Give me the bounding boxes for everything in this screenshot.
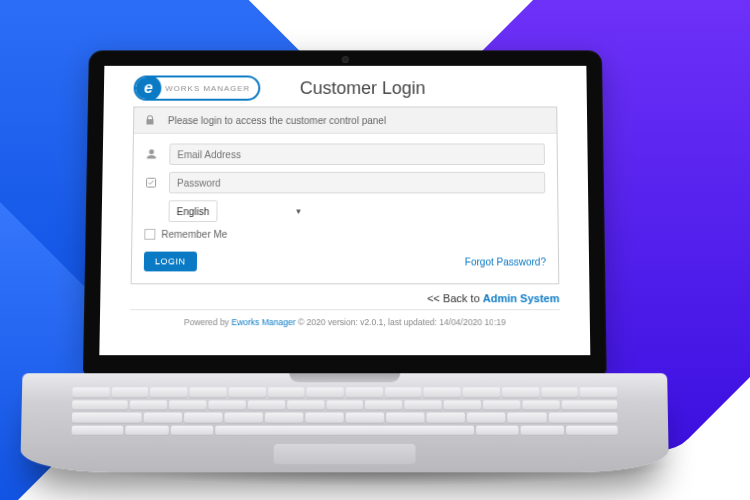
language-row: English ▾: [145, 200, 546, 222]
password-row: [145, 172, 545, 194]
login-panel-heading: Please login to access the customer cont…: [168, 115, 386, 126]
header: e WORKS MANAGER Customer Login: [133, 76, 557, 101]
camera-dot: [343, 57, 348, 62]
language-select[interactable]: English: [168, 200, 217, 222]
forgot-password-link[interactable]: Forgot Password?: [465, 256, 546, 267]
remember-label: Remember Me: [161, 229, 227, 240]
login-panel-header: Please login to access the customer cont…: [134, 107, 557, 133]
footer-prefix: Powered by: [184, 317, 232, 327]
page-title: Customer Login: [300, 78, 426, 98]
keyboard: [72, 387, 618, 435]
remember-checkbox[interactable]: [144, 229, 155, 240]
back-prefix: << Back to: [427, 292, 483, 304]
chevron-down-icon: ▾: [296, 206, 301, 216]
laptop-mockup: e WORKS MANAGER Customer Login Please lo…: [81, 50, 669, 472]
back-line: << Back to Admin System: [130, 292, 559, 304]
back-to-admin-link[interactable]: Admin System: [483, 292, 560, 304]
password-input[interactable]: [169, 172, 545, 194]
brand-logo: e WORKS MANAGER: [133, 76, 260, 101]
brand-mark: e: [135, 76, 161, 101]
check-icon: [145, 177, 161, 189]
lock-icon: [144, 114, 160, 126]
user-icon: [145, 148, 161, 160]
footer-suffix: © 2020 version: v2.0.1, last updated: 14…: [295, 317, 505, 327]
email-row: [145, 144, 545, 165]
login-panel: Please login to access the customer cont…: [131, 107, 560, 285]
trackpad: [274, 444, 416, 464]
screen: e WORKS MANAGER Customer Login Please lo…: [99, 66, 590, 355]
login-button[interactable]: LOGIN: [144, 252, 197, 272]
remember-row: Remember Me: [144, 229, 546, 240]
email-input[interactable]: [169, 144, 545, 165]
footer: Powered by Eworks Manager © 2020 version…: [130, 310, 560, 334]
brand-text: WORKS MANAGER: [165, 84, 250, 93]
footer-brand-link[interactable]: Eworks Manager: [231, 317, 295, 327]
laptop-screen-frame: e WORKS MANAGER Customer Login Please lo…: [83, 50, 607, 375]
laptop-base: [20, 373, 669, 472]
